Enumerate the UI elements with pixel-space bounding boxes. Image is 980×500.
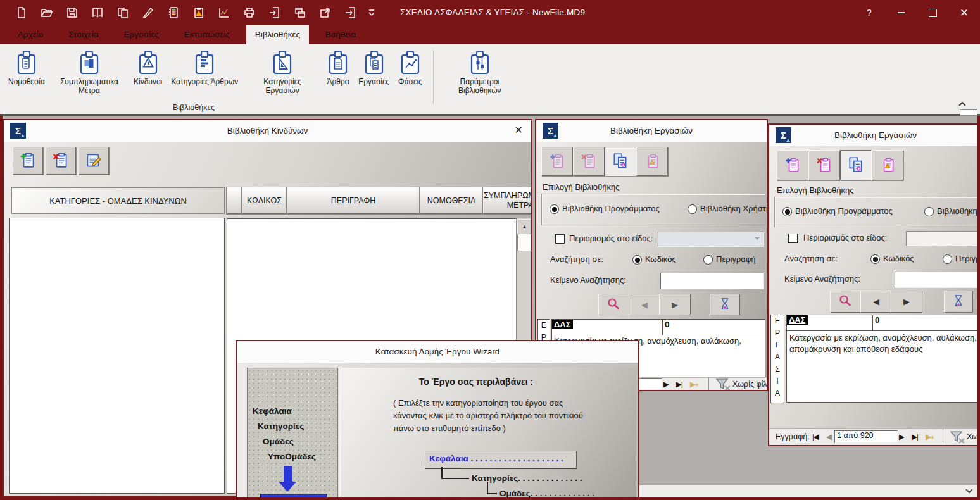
task-right-titlebar[interactable]: Σ Βιβλιοθήκη Εργασιών [769, 125, 980, 147]
paste-task-button[interactable] [872, 150, 903, 180]
kind-dropdown[interactable] [906, 231, 980, 246]
record-position-box[interactable]: 1 από 920 [834, 430, 898, 443]
filter-icon[interactable] [950, 430, 966, 445]
search-code-radio[interactable] [632, 255, 642, 265]
delete-task-button[interactable] [573, 147, 605, 176]
ribbon-button-Άρθρα[interactable]: Άρθρα [322, 47, 354, 87]
search-code-radio[interactable] [870, 254, 880, 264]
qa-expand-button[interactable] [313, 0, 338, 25]
filter-icon[interactable] [715, 378, 732, 390]
history-button[interactable] [710, 294, 740, 315]
search-text-input[interactable] [895, 272, 980, 288]
scrollbar-thumb[interactable] [517, 234, 531, 251]
program-library-radio[interactable] [550, 204, 559, 214]
tab-Στοιχεία[interactable]: Στοιχεία [60, 25, 107, 44]
find-next-button[interactable]: ▶ [891, 291, 922, 313]
program-library-label[interactable]: Βιβλιοθήκη Προγράμματος [795, 206, 893, 216]
find-previous-button[interactable]: ◀ [629, 294, 660, 315]
ribbon-button-Κίνδυνοι[interactable]: Κίνδυνοι [129, 47, 166, 87]
qa-notebook-button[interactable] [161, 0, 186, 25]
restrict-kind-label[interactable]: Περιορισμός στο είδος: [803, 233, 887, 242]
user-library-label[interactable]: Βιβλιοθήκη Χρήστη [700, 204, 767, 213]
next-record-button[interactable]: ▶ [899, 432, 904, 441]
column-header-legislation[interactable]: ΝΟΜΟΘΕΣΙΑ [420, 187, 483, 214]
search-button[interactable] [598, 294, 630, 315]
previous-record-button[interactable]: ◀ [826, 432, 831, 441]
tab-Αρχείο[interactable]: Αρχείο [9, 25, 52, 44]
tab-Βιβλιοθήκες[interactable]: Βιβλιοθήκες [246, 25, 309, 44]
qa-new-file-button[interactable] [9, 0, 34, 25]
next-record-button[interactable]: ▶ [663, 380, 669, 389]
restrict-kind-label[interactable]: Περιορισμός στο είδος: [569, 234, 653, 243]
search-button[interactable] [830, 291, 862, 313]
search-description-label[interactable]: Περιγραφή [716, 254, 756, 264]
user-library-radio[interactable] [688, 204, 697, 214]
scroll-up-button[interactable]: ▲ [517, 219, 531, 234]
edit-record-button[interactable] [79, 147, 109, 175]
find-previous-button[interactable]: ◀ [860, 291, 892, 313]
add-record-button[interactable] [13, 147, 43, 175]
qa-export-button[interactable] [262, 0, 287, 25]
qa-copy-button[interactable] [110, 0, 135, 25]
column-header-code[interactable]: ΚΩΔΙΚΟΣ [242, 187, 287, 214]
search-description-radio[interactable] [703, 255, 713, 265]
add-task-button[interactable] [777, 150, 808, 180]
search-text-input[interactable] [660, 273, 764, 289]
find-next-button[interactable]: ▶ [659, 294, 691, 315]
ribbon-scroll-box[interactable] [960, 109, 977, 116]
tab-Εργασίες[interactable]: Εργασίες [115, 25, 168, 44]
minimize-button[interactable] [885, 0, 917, 25]
maximize-button[interactable] [917, 0, 948, 25]
wizard-groups-option[interactable]: Ομάδες. . . . . . . . . . . . . . [499, 489, 594, 498]
search-description-label[interactable]: Περιγραφή [955, 254, 980, 263]
paste-task-button[interactable] [636, 147, 668, 176]
qa-ruler-button[interactable] [135, 0, 161, 25]
qa-windows-button[interactable] [287, 0, 313, 25]
ribbon-button-Συμπληρωματικά Μέτρα[interactable]: Συμπληρωματικά Μέτρα [49, 47, 129, 96]
wizard-categories-option[interactable]: Κατηγορίες. . . . . . . . . . . . . . [472, 473, 582, 483]
copy-task-button[interactable] [605, 147, 636, 176]
add-task-button[interactable] [541, 147, 573, 176]
risk-window-close-button[interactable]: ✕ [515, 125, 523, 136]
ribbon-button-Παράμετροι Βιβλιοθηκών[interactable]: Παράμετροι Βιβλιοθηκών [440, 47, 520, 96]
qa-exit-button[interactable] [338, 0, 363, 25]
record-code-cell[interactable]: ΔΑΣ [551, 319, 663, 335]
risk-window-titlebar[interactable]: Σ Βιβλιοθήκη Κινδύνων ✕ [4, 120, 531, 142]
program-library-label[interactable]: Βιβλιοθήκη Προγράμματος [562, 204, 660, 213]
qa-chart-button[interactable] [211, 0, 237, 25]
qa-printer-button[interactable] [237, 0, 262, 25]
column-header-supplementary[interactable]: ΣΥΜΠΛΗΡΩΜΑΤΙΚΑ ΜΕΤΡΑ [483, 187, 531, 214]
collapse-ribbon-button[interactable] [955, 98, 970, 109]
qa-book-button[interactable] [85, 0, 110, 25]
qa-more-button[interactable] [363, 0, 380, 25]
user-library-radio[interactable] [924, 207, 934, 216]
wizard-titlebar[interactable]: Κατασκευή Δομής Έργου Wizard [237, 341, 638, 363]
record-qty-cell[interactable]: 0 [662, 319, 765, 335]
last-record-button[interactable]: ▶| [676, 380, 682, 389]
record-code-cell[interactable]: ΔΑΣ [786, 315, 873, 331]
filter-label[interactable]: Χωρίς φίλτρο [732, 380, 767, 389]
record-qty-cell[interactable]: 0 [872, 315, 980, 331]
qa-open-folder-button[interactable] [34, 0, 60, 25]
first-record-button[interactable]: |◀ [812, 432, 819, 441]
last-record-button[interactable]: ▶| [912, 432, 918, 441]
user-library-label[interactable]: Βιβλιοθήκη Χρήστη [937, 206, 980, 216]
delete-record-button[interactable] [46, 147, 76, 175]
column-header-description[interactable]: ΠΕΡΙΓΡΑΦΗ [287, 187, 420, 214]
new-record-button[interactable]: ▶⁎ [926, 432, 934, 441]
qa-clipboard-warning-button[interactable] [186, 0, 211, 25]
restrict-kind-checkbox[interactable] [788, 234, 798, 243]
ribbon-button-Εργασίες[interactable]: Εργασίες [354, 47, 394, 87]
restrict-kind-checkbox[interactable] [555, 234, 565, 244]
ribbon-button-Κατηγορίες Άρθρων[interactable]: Κατηγορίες Άρθρων [166, 47, 242, 87]
search-description-radio[interactable] [943, 254, 952, 264]
search-code-label[interactable]: Κωδικός [883, 254, 914, 263]
record-description-cell[interactable]: Κατεργασία με εκρίζωση, αναμόχλευση, αυλ… [786, 330, 980, 403]
ribbon-button-Κατηγορίες Εργασιών[interactable]: Κατηγορίες Εργασιών [242, 47, 322, 96]
ribbon-button-Νομοθεσία[interactable]: Νομοθεσία [4, 47, 49, 87]
tab-Εκτυπώσεις[interactable]: Εκτυπώσεις [175, 25, 239, 44]
tab-Βοήθεια[interactable]: Βοήθεια [317, 25, 365, 44]
ribbon-button-Φάσεις[interactable]: Φάσεις [394, 47, 427, 87]
kind-dropdown[interactable] [658, 232, 764, 247]
history-button[interactable] [944, 291, 973, 313]
